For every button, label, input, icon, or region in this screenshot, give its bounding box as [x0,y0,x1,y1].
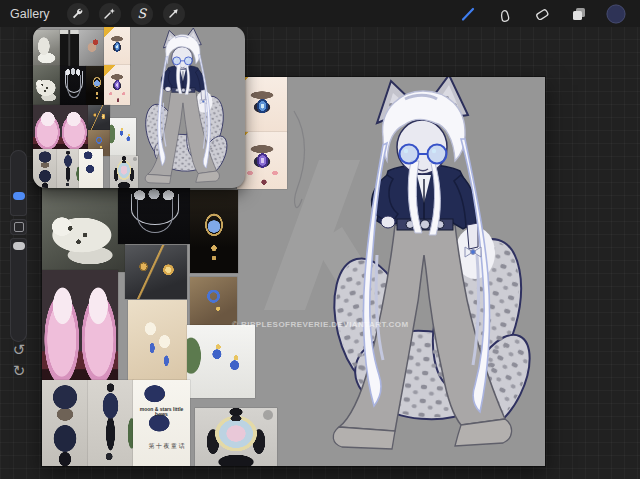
thumb-snow-leopard [33,66,60,105]
thumb-navy-outfit-standing [57,149,79,188]
paint-tools [458,4,630,24]
thumb-bows-card [79,149,103,188]
smudge-button[interactable] [495,4,515,24]
thumb-sun-moon-brooch [88,105,110,130]
thumb-leopard-ornament [33,30,60,66]
character-illustration [325,77,540,455]
reference-panel[interactable] [33,26,245,188]
selection-button[interactable]: S [131,3,153,25]
layers-icon [570,5,588,23]
transform-button[interactable] [163,3,185,25]
watermark-text: © RIPPLESOFREVERIE.DEVIANTART.COM [232,320,452,329]
procreate-app: Gallery S [0,0,640,479]
top-toolbar: Gallery S [0,0,640,27]
brush-button[interactable] [458,4,478,24]
brush-icon [459,5,477,23]
opacity-handle[interactable] [13,242,25,250]
brush-size-handle[interactable] [13,192,25,200]
thumb-eye-study-blue [104,26,130,65]
actions-button[interactable] [67,3,89,25]
wrench-icon [71,7,84,20]
thumb-floral-shirt [110,156,138,188]
gallery-button[interactable]: Gallery [10,7,50,21]
brush-size-slider[interactable] [10,150,27,216]
smudge-finger-icon [496,5,514,23]
magic-wand-icon [103,7,116,20]
color-swatch-icon [606,3,626,25]
mini-character-preview [138,28,235,186]
layers-button[interactable] [569,4,589,24]
modify-button[interactable] [10,219,27,235]
brush-sidebar [10,150,27,342]
transform-arrow-icon [167,7,180,20]
thumb-planet-earrings [110,118,136,156]
thumb-pink-wigs [33,105,88,149]
erase-button[interactable] [532,4,552,24]
thumb-moon-necklace [60,66,86,105]
selection-s-icon: S [137,7,146,20]
opacity-slider[interactable] [10,238,27,342]
modify-square-icon [14,222,24,232]
eraser-icon [533,5,551,23]
thumb-hand-fabric [79,30,104,66]
thumb-navy-outfits [33,149,57,188]
color-button[interactable] [606,4,626,24]
undo-button[interactable]: ↺ [8,340,30,360]
adjustments-button[interactable] [99,3,121,25]
thumb-black-pants [60,30,79,66]
thumb-eye-study-purple [104,65,130,105]
redo-button[interactable]: ↻ [8,361,30,381]
